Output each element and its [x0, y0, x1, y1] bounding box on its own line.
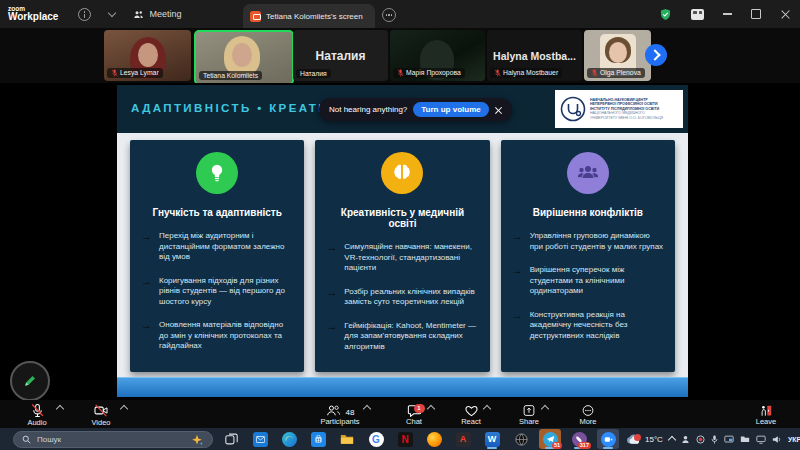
chat-unread-badge: 1 [414, 404, 425, 413]
view-layout-icon[interactable] [691, 9, 704, 20]
chevron-up-icon[interactable] [56, 405, 64, 413]
participant-video-strip: Lesya Lymar Tetiana Kolomiiets Наталия Н… [0, 28, 800, 83]
edge-browser-icon[interactable] [278, 429, 300, 449]
chevron-up-icon[interactable] [363, 405, 371, 413]
video-tile-lesya[interactable]: Lesya Lymar [104, 30, 191, 81]
list-item: →Управління груповою динамікою при робот… [512, 231, 664, 252]
video-tile-olga[interactable]: Olga Plenova [584, 30, 651, 81]
search-placeholder: Пошук [37, 435, 61, 444]
security-shield-icon[interactable] [659, 8, 672, 21]
video-tile-nataliya[interactable]: Наталия Наталия [293, 30, 388, 81]
netflix-app-icon[interactable]: N [394, 429, 416, 449]
participant-name: Наталия [300, 70, 327, 77]
google-app-icon[interactable]: G [365, 429, 387, 449]
tray-record-icon[interactable] [696, 435, 705, 444]
chevron-down-icon[interactable] [108, 9, 116, 17]
globe-app-icon[interactable] [510, 429, 532, 449]
next-participants-button[interactable] [645, 44, 667, 66]
participant-name-badge: Наталия [296, 69, 331, 79]
participants-button[interactable]: 48 Participants [304, 400, 376, 428]
share-button[interactable]: Share [506, 400, 552, 428]
react-button[interactable]: React [448, 400, 494, 428]
leave-button[interactable]: Leave [746, 400, 786, 428]
acrobat-app-icon[interactable]: A [452, 429, 474, 449]
shared-screen-stage: АДАПТИВНІСТЬ • КРЕАТИВНІСТЬ НАВЧАЛЬНО-НА… [0, 83, 800, 400]
more-button[interactable]: More [566, 400, 610, 428]
language-indicator[interactable]: УКР [788, 436, 800, 443]
muted-mic-icon [591, 69, 598, 77]
chevron-up-icon[interactable] [120, 405, 128, 413]
pencil-icon [22, 373, 38, 389]
card-creativity: Креативність у медичній освіті →Симуляці… [315, 140, 489, 372]
tray-speaker-icon[interactable] [772, 435, 782, 444]
medical-center-emblem-icon [560, 96, 586, 122]
meeting-toolbar: Audio Video 48 Participants 1 Chat [0, 400, 800, 428]
telegram-app-icon[interactable]: 51 [539, 429, 561, 449]
mail-app-icon[interactable] [249, 429, 271, 449]
brain-icon [381, 152, 423, 194]
video-tile-mariia[interactable]: Марія Прохорова [390, 30, 485, 81]
tab-meeting[interactable]: Meeting [133, 9, 181, 19]
list-item: →Гейміфікація: Kahoot, Mentimeter — для … [326, 321, 478, 353]
temperature: 15°C [645, 435, 663, 444]
weather-alert-badge [634, 434, 641, 441]
tray-display-icon[interactable] [724, 435, 734, 444]
tray-monitor-icon[interactable] [756, 435, 766, 444]
close-icon[interactable] [495, 106, 503, 114]
arrow-icon: → [326, 321, 337, 331]
chevron-up-icon[interactable] [483, 405, 491, 413]
tray-mic-icon[interactable] [711, 435, 718, 444]
people-icon [133, 10, 144, 19]
windows-taskbar: Пошук G N A W 51 317 [0, 428, 800, 450]
info-icon[interactable] [78, 8, 91, 21]
search-icon [22, 435, 31, 444]
tab-shared-screen[interactable]: Tetiana Kolomiiets's screen [243, 4, 375, 28]
file-explorer-icon[interactable] [336, 429, 358, 449]
chevron-up-icon[interactable] [541, 405, 549, 413]
zoom-workplace-logo: zoom Workplace [8, 6, 58, 23]
list-item: →Симуляційне навчання: манекени, VR-техн… [326, 242, 478, 274]
video-tile-tetiana-active-speaker[interactable]: Tetiana Kolomiiets [194, 30, 294, 85]
video-button[interactable]: Video [76, 400, 126, 428]
list-item: →Оновлення матеріалів відповідно до змін… [141, 320, 293, 352]
weather-widget[interactable]: 15°C [626, 434, 663, 445]
word-app-icon[interactable]: W [481, 429, 503, 449]
firefox-browser-icon[interactable] [423, 429, 445, 449]
window-controls [659, 0, 790, 28]
bullet-list: →Симуляційне навчання: манекени, VR-техн… [326, 242, 478, 352]
participant-name-badge: Tetiana Kolomiiets [199, 71, 262, 81]
card-flexibility: Гнучкість та адаптивність →Перехід між а… [130, 140, 304, 372]
annotate-button[interactable] [10, 361, 50, 401]
search-highlights-sparkle-icon [190, 434, 204, 447]
chat-button[interactable]: 1 Chat [392, 400, 436, 428]
leave-door-icon [759, 404, 773, 417]
task-view-icon[interactable] [220, 429, 242, 449]
list-item: →Розбір реальних клінічних випадків замі… [326, 287, 478, 308]
tray-folder-icon[interactable] [740, 435, 750, 443]
tab-options-icon[interactable] [382, 8, 396, 22]
participants-icon [326, 404, 341, 417]
ms-store-icon[interactable] [307, 429, 329, 449]
viber-app-icon[interactable]: 317 [568, 429, 590, 449]
share-screen-icon [522, 404, 536, 417]
minimize-icon[interactable] [723, 13, 732, 14]
maximize-icon[interactable] [751, 9, 761, 19]
chevron-up-icon[interactable] [427, 405, 435, 413]
slide-footer-bar [117, 377, 688, 397]
audio-button[interactable]: Audio [12, 400, 62, 428]
close-icon[interactable] [780, 9, 790, 19]
screen-share-icon [250, 11, 261, 22]
zoom-app-icon[interactable] [597, 429, 619, 449]
video-tile-halyna[interactable]: Halyna Mostba... Halyna Mostbauer [487, 30, 582, 81]
participant-name-badge: Lesya Lymar [107, 68, 163, 79]
participant-name-badge: Halyna Mostbauer [490, 68, 562, 79]
muted-mic-icon [30, 403, 45, 418]
search-input[interactable]: Пошук [13, 431, 213, 448]
bullet-list: →Управління груповою динамікою при робот… [512, 231, 664, 341]
more-ellipsis-icon [581, 404, 595, 417]
tray-person-icon[interactable] [681, 435, 690, 444]
tray-chevron-up-icon[interactable] [668, 436, 676, 444]
turn-up-volume-button[interactable]: Turn up volume [413, 102, 488, 117]
muted-mic-icon [397, 69, 404, 77]
arrow-icon: → [326, 287, 337, 297]
